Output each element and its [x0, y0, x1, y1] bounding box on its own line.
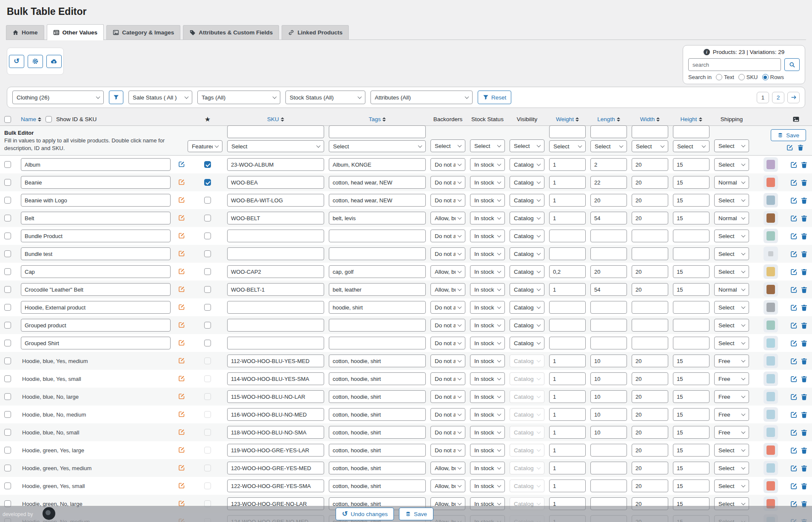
visibility-select[interactable]: Catalog &	[510, 372, 544, 385]
edit-row-icon[interactable]	[790, 375, 798, 383]
visibility-select[interactable]: Catalog &	[510, 337, 544, 349]
featured-checkbox[interactable]	[204, 482, 211, 489]
stock-status-select[interactable]: In stock	[470, 158, 505, 171]
stock-status-select[interactable]: In stock	[470, 408, 505, 421]
featured-checkbox[interactable]	[204, 268, 211, 275]
product-thumbnail[interactable]	[764, 300, 778, 315]
sku-input[interactable]	[227, 462, 324, 474]
bulk-weight-select[interactable]: Select	[549, 140, 586, 152]
edit-note-icon[interactable]	[178, 304, 185, 312]
length-input[interactable]	[590, 265, 627, 278]
row-checkbox[interactable]	[4, 215, 11, 221]
delete-row-icon[interactable]	[801, 268, 808, 275]
bulk-visibility-select[interactable]: Select	[510, 139, 544, 152]
tags-input[interactable]	[329, 408, 426, 421]
shipping-select[interactable]: Select	[714, 247, 749, 260]
edit-note-icon[interactable]	[178, 446, 185, 454]
weight-input[interactable]	[549, 212, 586, 224]
row-checkbox[interactable]	[4, 375, 11, 382]
width-input[interactable]	[632, 319, 668, 332]
page-1-button[interactable]: 1	[757, 92, 769, 103]
weight-input[interactable]	[549, 337, 586, 349]
width-input[interactable]	[632, 158, 668, 171]
edit-row-icon[interactable]	[790, 322, 798, 329]
stock-status-select[interactable]: In stock	[470, 194, 505, 207]
weight-input[interactable]	[549, 355, 586, 367]
delete-row-icon[interactable]	[801, 161, 808, 168]
edit-note-icon[interactable]	[178, 375, 185, 383]
height-input[interactable]	[673, 301, 709, 314]
delete-row-icon[interactable]	[801, 447, 808, 454]
shipping-select[interactable]: Normal	[714, 212, 749, 224]
product-name-input[interactable]	[21, 194, 171, 207]
featured-checkbox[interactable]	[204, 161, 211, 168]
backorders-select[interactable]: Do not all	[430, 426, 465, 439]
shipping-select[interactable]: Select	[714, 194, 749, 207]
product-thumbnail[interactable]	[764, 211, 778, 225]
next-page-button[interactable]	[787, 92, 800, 103]
height-input[interactable]	[673, 462, 709, 474]
featured-checkbox[interactable]	[204, 215, 211, 221]
sale-status-filter-select[interactable]: Sale Status ( All )	[128, 91, 192, 104]
row-checkbox[interactable]	[4, 393, 11, 400]
width-input[interactable]	[632, 230, 668, 242]
width-input[interactable]	[632, 337, 668, 349]
backorders-select[interactable]: Allow, bu	[430, 479, 465, 492]
edit-note-icon[interactable]	[178, 482, 185, 490]
row-checkbox[interactable]	[4, 286, 11, 293]
length-input[interactable]	[590, 176, 627, 189]
weight-input[interactable]	[549, 247, 586, 260]
stock-status-select[interactable]: In stock	[470, 372, 505, 385]
stock-status-select[interactable]: In stock	[470, 355, 505, 367]
delete-row-icon[interactable]	[801, 250, 808, 258]
product-thumbnail[interactable]	[764, 229, 778, 243]
backorders-select[interactable]: Do not all	[430, 176, 465, 189]
row-checkbox[interactable]	[4, 465, 11, 471]
sku-input[interactable]	[227, 426, 324, 439]
row-checkbox[interactable]	[4, 357, 11, 364]
sku-input[interactable]	[227, 479, 324, 492]
shipping-select[interactable]: Select	[714, 479, 749, 492]
visibility-select[interactable]: Catalog &	[510, 355, 544, 367]
visibility-select[interactable]: Catalog &	[510, 230, 544, 242]
height-input[interactable]	[673, 319, 709, 332]
settings-button[interactable]	[28, 55, 43, 68]
sku-input[interactable]	[227, 444, 324, 457]
row-checkbox[interactable]	[4, 429, 11, 436]
edit-row-icon[interactable]	[790, 197, 798, 204]
sku-input[interactable]	[227, 301, 324, 314]
edit-row-icon[interactable]	[790, 304, 798, 311]
bulk-save-button[interactable]: Save	[771, 129, 806, 141]
length-input[interactable]	[590, 212, 627, 224]
bulk-backorders-select[interactable]: Select	[430, 139, 465, 152]
bulk-shipping-select[interactable]: Select	[714, 139, 749, 152]
length-input[interactable]	[590, 372, 627, 385]
height-input[interactable]	[673, 408, 709, 421]
bulk-height-input[interactable]	[673, 125, 709, 138]
stock-status-select[interactable]: In stock	[470, 462, 505, 474]
search-in-sku-radio[interactable]	[738, 74, 745, 80]
delete-row-icon[interactable]	[801, 304, 808, 311]
product-name-input[interactable]	[21, 176, 171, 189]
edit-row-icon[interactable]	[790, 179, 798, 186]
tags-input[interactable]	[329, 372, 426, 385]
width-input[interactable]	[632, 176, 668, 189]
shipping-select[interactable]: Normal	[714, 176, 749, 189]
height-input[interactable]	[673, 265, 709, 278]
upload-button[interactable]	[46, 55, 62, 68]
backorders-select[interactable]: Do not all	[430, 390, 465, 403]
edit-row-icon[interactable]	[790, 447, 798, 454]
product-thumbnail[interactable]	[764, 157, 778, 172]
width-input[interactable]	[632, 390, 668, 403]
shipping-select[interactable]: Free	[714, 355, 749, 367]
featured-checkbox[interactable]	[204, 447, 211, 454]
edit-note-icon[interactable]	[178, 250, 185, 258]
visibility-select[interactable]: Catalog &	[510, 301, 544, 314]
tags-input[interactable]	[329, 444, 426, 457]
visibility-select[interactable]: Catalog &	[510, 247, 544, 260]
shipping-select[interactable]: Select	[714, 301, 749, 314]
reset-filters-button[interactable]: Reset	[478, 91, 511, 104]
length-input[interactable]	[590, 194, 627, 207]
bulk-width-input[interactable]	[632, 125, 668, 138]
edit-row-icon[interactable]	[790, 411, 798, 418]
